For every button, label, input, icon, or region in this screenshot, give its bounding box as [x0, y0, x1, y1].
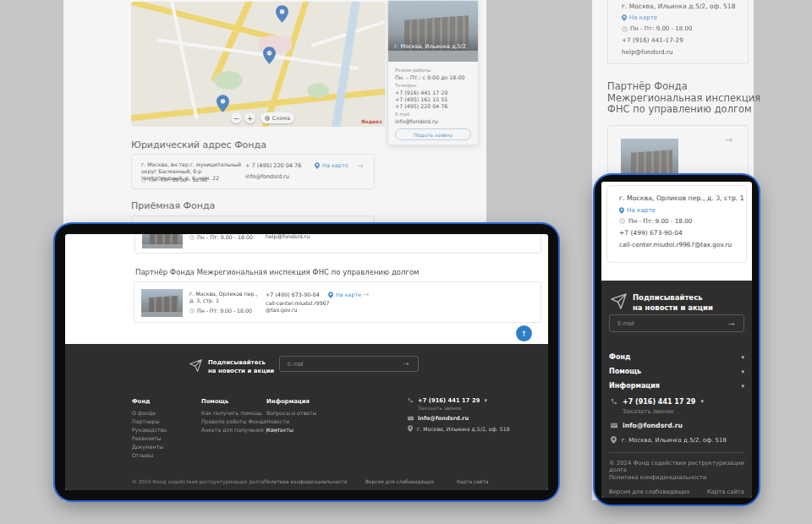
footer-callback-link[interactable]: Заказать звонок: [418, 405, 462, 411]
footer-link[interactable]: Руководство: [132, 427, 167, 433]
tablet-reception-email[interactable]: help@fondsrd.ru: [266, 234, 310, 239]
footer-link[interactable]: Новости: [266, 418, 289, 424]
contacts-map[interactable]: − + Схема Яндекс: [131, 2, 385, 127]
accordion-item-fond[interactable]: Фонд ▾: [609, 353, 744, 361]
footer-email-row[interactable]: info@fondsrd.ru: [611, 422, 683, 429]
footer-email-row[interactable]: info@fondsrd.ru: [408, 415, 469, 422]
mobile-bg-map-link[interactable]: На карте: [622, 14, 657, 21]
map-road: [211, 2, 261, 83]
office-phone[interactable]: +7 (916) 441 17 29: [395, 90, 447, 96]
tablet-partner-phone[interactable]: +7 (499) 673-90-04: [266, 292, 320, 298]
subscribe-email-input[interactable]: [279, 356, 419, 372]
card-arrow-icon[interactable]: →: [357, 161, 364, 170]
chevron-down-icon: ▾: [484, 397, 487, 404]
map-layer-button[interactable]: Схема: [261, 112, 294, 123]
clock-icon: [619, 218, 625, 224]
legal-map-link[interactable]: На карте: [315, 162, 348, 169]
map-pin-icon[interactable]: [217, 95, 229, 112]
footer-address-row: г. Москва, Ильинка д.5/2, оф. 518: [611, 436, 727, 444]
phone-map-link[interactable]: На карте: [619, 206, 656, 214]
footer-accessibility-link[interactable]: Версия для слабовидящих: [609, 489, 690, 495]
footer-email[interactable]: info@fondsrd.ru: [418, 415, 469, 422]
submit-request-button[interactable]: Подать заявку: [395, 128, 471, 140]
footer-phone-row[interactable]: +7 (916) 441 17 29 ▾: [408, 397, 487, 404]
accordion-item-help[interactable]: Помощь ▾: [609, 368, 744, 375]
footer-privacy-link[interactable]: Политика конфиденциальности: [609, 474, 706, 481]
chevron-down-icon: ▾: [741, 354, 744, 361]
phone-partner-email[interactable]: call-center.miudol.r9967@tax.gov.ru: [619, 241, 732, 248]
chevron-down-icon: ▾: [700, 398, 704, 405]
chevron-down-icon: ▾: [741, 383, 744, 390]
mobile-bg-hours-row: Пн - Пт: 9.00 - 18.00: [622, 25, 692, 32]
office-email[interactable]: info@fondsrd.ru: [395, 118, 438, 124]
chevron-down-icon: ▾: [741, 368, 744, 375]
tablet-screen: Пн - Пт: 9.00 - 18.00 help@fondsrd.ru Па…: [65, 234, 548, 490]
footer-callback-link[interactable]: Заказать звонок: [623, 408, 674, 415]
map-zoom-in-button[interactable]: +: [244, 112, 255, 123]
footer-copyright: © 2024 Фонд содействия реструктуризации …: [609, 460, 752, 473]
pin-icon: [619, 207, 624, 214]
footer-link[interactable]: Вопросы и ответы: [266, 410, 316, 416]
legal-address-card: г. Москва, вн.тер.г. муниципальный округ…: [131, 154, 375, 189]
pin-icon: [622, 14, 627, 21]
card-arrow-icon[interactable]: →: [725, 134, 732, 145]
footer-link[interactable]: Правила работы Фонда: [201, 418, 266, 424]
office-building-photo: г. Москва, Ильинка д.5/2, оф. 518: [388, 1, 478, 62]
map-pin-icon[interactable]: [276, 5, 288, 23]
footer-privacy-link[interactable]: Политика конфиденциальности: [264, 479, 347, 484]
tablet-partner-hours: Пн - Пт: 9.00 - 18.00: [197, 308, 252, 314]
footer-address: г. Москва, Ильинка д.5/2, оф. 518: [417, 426, 510, 432]
accordion-item-info[interactable]: Информация ▾: [609, 382, 744, 390]
subscribe-submit-arrow[interactable]: →: [728, 319, 735, 328]
map-zoom-out-button[interactable]: −: [231, 112, 242, 123]
footer-sitemap-link[interactable]: Карта сайта: [707, 489, 744, 495]
map-pin-icon[interactable]: [263, 46, 276, 64]
footer-email[interactable]: info@fondsrd.ru: [623, 422, 683, 429]
mobile-bg-partner-title: Партнёр Фонда Межрегиональная инспекция …: [607, 81, 760, 116]
phone-contact-card: г. Москва, Орликов пер., д. 3, стр. 1 На…: [606, 185, 747, 263]
tablet-reception-hours-row: Пн - Пт: 9.00 - 18.00: [189, 234, 253, 240]
footer-link[interactable]: Партнеры: [132, 418, 160, 424]
card-arrow-icon[interactable]: →: [363, 290, 370, 298]
footer-copyright: © 2024 Фонд содействия реструктуризации …: [132, 479, 264, 484]
footer-link[interactable]: Документы: [132, 444, 163, 450]
footer-link[interactable]: Как получить помощь: [201, 410, 262, 416]
footer-address-row: г. Москва, Ильинка д.5/2, оф. 518: [408, 425, 510, 432]
tablet-partner-address: г. Москва, Орликов пер., д. 3, стр. 1: [189, 291, 264, 304]
mobile-bg-email[interactable]: help@fondsrd.ru: [622, 48, 673, 56]
pin-icon: [611, 436, 617, 444]
mobile-bg-phone[interactable]: +7 (916) 441-17-29: [622, 36, 683, 44]
legal-phone[interactable]: + 7 (495) 220 04 76: [245, 162, 301, 169]
office-phone[interactable]: +7 (495) 161 15 55: [395, 96, 447, 102]
map-attribution: Яндекс: [361, 118, 382, 124]
footer-phone-row[interactable]: +7 (916) 441 17 29 ▾: [611, 398, 704, 406]
subscribe-submit-arrow[interactable]: →: [403, 360, 409, 368]
phone-partner-phone[interactable]: +7 (499) 673-90-04: [619, 229, 683, 237]
tablet-partner-email[interactable]: call-center.miudol.r9967@tax.gov.ru: [266, 300, 333, 313]
pin-icon: [315, 162, 320, 169]
footer-phone[interactable]: +7 (916) 441 17 29: [418, 397, 480, 404]
footer-link[interactable]: Контакты: [266, 427, 294, 433]
footer-accessibility-link[interactable]: Версия для слабовидящих: [365, 479, 434, 484]
phone-device-frame: г. Москва, Орликов пер., д. 3, стр. 1 На…: [595, 175, 759, 505]
subscribe-heading: Подписывайтесь на новости и акции: [633, 292, 713, 313]
footer-link[interactable]: О фонде: [132, 410, 156, 416]
envelope-icon: [611, 423, 617, 428]
footer-link[interactable]: Реквизиты: [132, 435, 162, 441]
scroll-to-top-button[interactable]: ↑: [516, 325, 532, 341]
footer-address: г. Москва, Ильинка д.5/2, оф. 518: [622, 437, 727, 444]
map-road: [131, 87, 385, 122]
partner-building-photo: [141, 289, 183, 317]
phone-hours-row: Пн - Пт: 9.00 - 18.00: [619, 217, 692, 225]
tablet-partner-map-link[interactable]: На карте: [328, 292, 361, 298]
footer-sitemap-link[interactable]: Карта сайта: [457, 479, 489, 484]
footer-link[interactable]: Отзывы: [132, 452, 153, 458]
tablet-partner-title: Партнёр Фонда Межрегиональная инспекция …: [135, 268, 420, 276]
legal-hours: Пн - Пт: 09:00 - 18:00: [149, 177, 207, 183]
phone-partner-address: г. Москва, Орликов пер., д. 3, стр. 1: [619, 194, 744, 202]
footer-phone[interactable]: +7 (916) 441 17 29: [623, 398, 695, 406]
legal-email[interactable]: info@fondsrd.ru: [245, 173, 289, 180]
tablet-device-frame: Пн - Пт: 9.00 - 18.00 help@fondsrd.ru Па…: [55, 224, 558, 500]
office-phone[interactable]: +7 (495) 220 04 76: [395, 103, 447, 109]
subscribe-email-input[interactable]: [609, 314, 744, 332]
